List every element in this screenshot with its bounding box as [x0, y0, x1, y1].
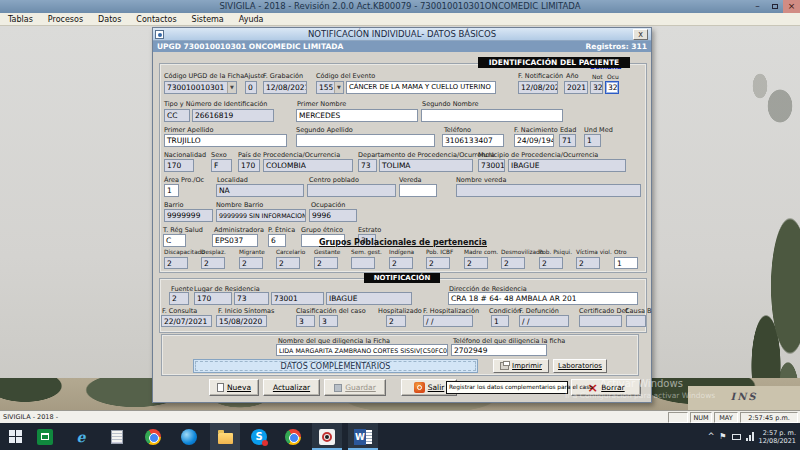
- grupo-field[interactable]: 1: [614, 257, 638, 269]
- semana-ocu-field[interactable]: 32: [605, 81, 619, 94]
- tipo-id-field[interactable]: CC: [164, 109, 190, 122]
- taskbar-skype[interactable]: S: [244, 423, 274, 450]
- grupo-field[interactable]: 2: [201, 257, 225, 269]
- localidad-field[interactable]: NA: [216, 184, 304, 197]
- menu-procesos[interactable]: Procesos: [48, 15, 83, 24]
- und-med-field[interactable]: 1: [584, 134, 601, 147]
- fuente-field[interactable]: 2: [169, 292, 189, 305]
- pais-nombre-field[interactable]: COLOMBIA: [263, 159, 353, 172]
- tray-signal-icon[interactable]: [746, 432, 754, 441]
- departamento-codigo-field[interactable]: 73: [358, 159, 377, 172]
- direccion-field[interactable]: CRA 18 # 64- 48 AMBALA AR 201: [448, 292, 638, 305]
- f-consulta-field[interactable]: 22/07/2021: [161, 315, 212, 327]
- telefono-diligencia-field[interactable]: 2702949: [451, 344, 547, 356]
- centro-poblado-field[interactable]: [307, 184, 396, 197]
- condicion-field[interactable]: 1: [491, 315, 509, 327]
- clasificacion-field-1[interactable]: 3: [296, 315, 315, 327]
- semana-not-field[interactable]: 32: [590, 81, 603, 94]
- segundo-nombre-field[interactable]: [421, 109, 563, 122]
- hospitalizado-field[interactable]: 2: [386, 315, 406, 327]
- grupo-field[interactable]: 2: [464, 257, 488, 269]
- municipio-nombre-field[interactable]: IBAGUE: [508, 159, 626, 172]
- menu-contactos[interactable]: Contactos: [136, 15, 176, 24]
- lugar-pais-field[interactable]: 170: [194, 292, 232, 305]
- grupo-field[interactable]: 2: [426, 257, 450, 269]
- grupo-field[interactable]: 2: [239, 257, 263, 269]
- departamento-nombre-field[interactable]: TOLIMA: [379, 159, 473, 172]
- taskbar-store[interactable]: [30, 423, 60, 450]
- area-field[interactable]: 1: [164, 184, 179, 197]
- f-nacimiento-field[interactable]: 24/09/1949: [514, 134, 554, 147]
- actualizar-button[interactable]: Actualizar: [263, 379, 320, 396]
- dropdown-arrow-icon[interactable]: ▼: [227, 82, 236, 93]
- dropdown-arrow-icon[interactable]: ▼: [334, 82, 343, 93]
- grupo-field[interactable]: 2: [576, 257, 600, 269]
- anio-field[interactable]: 2021: [564, 81, 588, 94]
- edad-field[interactable]: 71: [559, 134, 576, 147]
- dialog-titlebar[interactable]: NOTIFICACIÓN INDIVIDUAL- DATOS BÁSICOS x: [153, 28, 651, 41]
- telefono-field[interactable]: 3106133407: [442, 134, 504, 147]
- f-notificacion-field[interactable]: 12/08/2021: [518, 81, 558, 94]
- grupo-field[interactable]: 2: [164, 257, 188, 269]
- lugar-depto-field[interactable]: 73: [234, 292, 269, 305]
- numero-id-field[interactable]: 26616819: [192, 109, 274, 122]
- taskbar-notepad[interactable]: [102, 423, 132, 450]
- pais-codigo-field[interactable]: 170: [238, 159, 260, 172]
- ajuste-field[interactable]: 0: [245, 81, 257, 94]
- minimize-button[interactable]: –: [749, 0, 766, 13]
- grupo-field[interactable]: [351, 257, 375, 269]
- sexo-field[interactable]: F: [211, 159, 232, 172]
- f-grabacion-field[interactable]: 12/08/2021: [263, 81, 307, 94]
- taskbar-chrome[interactable]: [138, 423, 168, 450]
- tray-clock[interactable]: 2:57 p. m. 12/08/2021: [759, 429, 796, 445]
- lugar-nombre-field[interactable]: IBAGUE: [326, 292, 412, 305]
- dialog-close-icon[interactable]: x: [633, 29, 648, 40]
- menu-ayuda[interactable]: Ayuda: [239, 15, 264, 24]
- grupo-field[interactable]: 2: [276, 257, 300, 269]
- f-defuncion-field[interactable]: / /: [519, 315, 569, 327]
- grupo-field[interactable]: 2: [539, 257, 563, 269]
- tray-chevron-icon[interactable]: ^: [708, 432, 715, 441]
- close-button[interactable]: ×: [783, 0, 800, 13]
- primer-nombre-field[interactable]: MERCEDES: [296, 109, 418, 122]
- taskbar-sivigila[interactable]: [312, 423, 342, 450]
- municipio-codigo-field[interactable]: 73001: [478, 159, 505, 172]
- ocupacion-field[interactable]: 9996: [309, 209, 357, 222]
- nueva-button[interactable]: Nueva: [209, 379, 259, 396]
- taskbar-chrome-2[interactable]: [278, 423, 308, 450]
- tray-flag-icon[interactable]: ⚑: [719, 432, 726, 441]
- codigo-evento-combo[interactable]: 155▼: [316, 81, 344, 94]
- grupo-field[interactable]: 2: [501, 257, 525, 269]
- maximize-button[interactable]: [766, 0, 783, 13]
- segundo-apellido-field[interactable]: [296, 134, 435, 147]
- taskbar-file-explorer[interactable]: [210, 423, 240, 450]
- primer-apellido-field[interactable]: TRUJILLO: [164, 134, 287, 147]
- menu-sistema[interactable]: Sistema: [192, 15, 224, 24]
- imprimir-button[interactable]: Imprimir: [493, 359, 549, 373]
- nombre-barrio-field[interactable]: 9999999 SIN INFORMACION: [216, 209, 306, 222]
- laboratorios-button[interactable]: Laboratorios: [553, 359, 607, 373]
- datos-complementarios-button[interactable]: DATOS COMPLEMENTARIOS: [193, 359, 478, 373]
- barrio-field[interactable]: 9999999: [164, 209, 213, 222]
- taskbar-internet-explorer[interactable]: e: [66, 423, 96, 450]
- taskbar-edge[interactable]: [174, 423, 204, 450]
- f-inicio-field[interactable]: 15/08/2020: [216, 315, 267, 327]
- grupo-field[interactable]: 2: [389, 257, 413, 269]
- nacionalidad-field[interactable]: 170: [164, 159, 194, 172]
- menu-datos[interactable]: Datos: [98, 15, 121, 24]
- nombre-evento-field[interactable]: CÁNCER DE LA MAMA Y CUELLO UTERINO: [346, 81, 496, 94]
- guardar-button[interactable]: Guardar: [324, 379, 386, 396]
- causa-b-field[interactable]: [626, 315, 646, 327]
- nombre-vereda-field[interactable]: [456, 184, 641, 197]
- tray-network-icon[interactable]: [732, 434, 741, 440]
- codigo-upgd-combo[interactable]: 730010010301▼: [164, 81, 237, 94]
- grupo-field[interactable]: 2: [314, 257, 338, 269]
- taskbar-word[interactable]: W: [348, 423, 378, 450]
- certificado-field[interactable]: [579, 315, 622, 327]
- nombre-diligencia-field[interactable]: LIDA MARGARITA ZAMBRANO CORTES SISSIV[C5…: [276, 344, 448, 356]
- lugar-municipio-field[interactable]: 73001: [271, 292, 324, 305]
- vereda-field[interactable]: [399, 184, 437, 197]
- clasificacion-field-2[interactable]: 3: [319, 315, 338, 327]
- menu-tablas[interactable]: Tablas: [8, 15, 33, 24]
- f-hospitalizacion-field[interactable]: / /: [423, 315, 473, 327]
